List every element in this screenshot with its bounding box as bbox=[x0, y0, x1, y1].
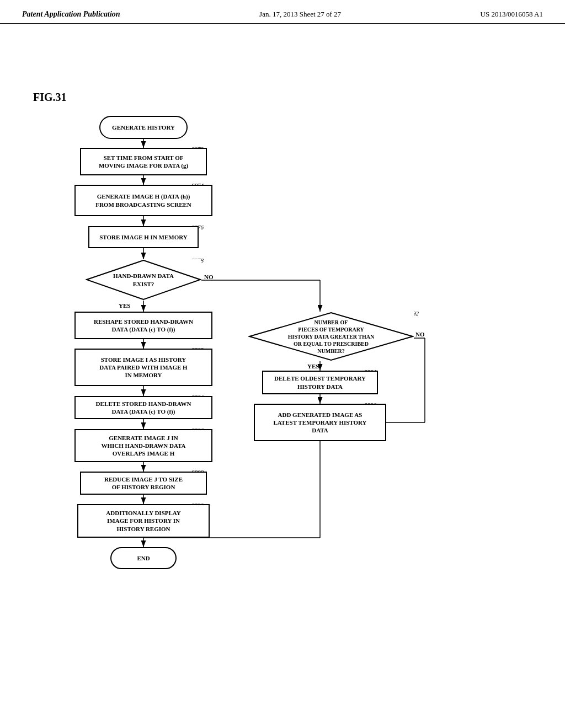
set-time-node: SET TIME FROM START OF MOVING IMAGE FOR … bbox=[80, 148, 207, 175]
fig-label: FIG.31 bbox=[33, 91, 67, 104]
number-of-pieces-node: NUMBER OF PIECES OF TEMPORARY HISTORY DA… bbox=[248, 312, 414, 361]
add-generated-node: ADD GENERATED IMAGE AS LATEST TEMPORARY … bbox=[254, 404, 386, 441]
reshape-node: RESHAPE STORED HAND-DRAWN DATA (DATA (c)… bbox=[74, 312, 212, 339]
generate-image-h-node: GENERATE IMAGE H (DATA (h)) FROM BROADCA… bbox=[74, 185, 212, 216]
publication-label: Patent Application Publication bbox=[22, 10, 120, 19]
no-label: NO bbox=[204, 274, 214, 280]
store-image-i-node: STORE IMAGE I AS HISTORY DATA PAIRED WIT… bbox=[74, 349, 212, 386]
end-node: END bbox=[110, 547, 177, 569]
generate-history-node: GENERATE HISTORY bbox=[99, 116, 188, 139]
store-image-h-node: STORE IMAGE H IN MEMORY bbox=[88, 226, 199, 248]
delete-oldest-node: DELETE OLDEST TEMPORARY HISTORY DATA bbox=[262, 371, 378, 394]
hand-drawn-node: HAND-DRAWN DATA EXIST? bbox=[86, 259, 201, 301]
yes2-label: YES bbox=[307, 363, 319, 370]
no2-label: NO bbox=[415, 331, 425, 338]
additionally-display-node: ADDITIONALLY DISPLAY IMAGE FOR HISTORY I… bbox=[77, 504, 210, 538]
page-header: Patent Application Publication Jan. 17, … bbox=[0, 0, 565, 24]
generate-image-j-node: GENERATE IMAGE J IN WHICH HAND-DRAWN DAT… bbox=[74, 429, 212, 462]
yes-label: YES bbox=[119, 302, 130, 309]
reduce-image-j-node: REDUCE IMAGE J TO SIZE OF HISTORY REGION bbox=[80, 472, 207, 495]
patent-number-label: US 2013/0016058 A1 bbox=[481, 10, 543, 19]
date-sheet-label: Jan. 17, 2013 Sheet 27 of 27 bbox=[259, 10, 341, 19]
delete-hand-drawn-node: DELETE STORED HAND-DRAWN DATA (DATA (c) … bbox=[74, 396, 212, 419]
